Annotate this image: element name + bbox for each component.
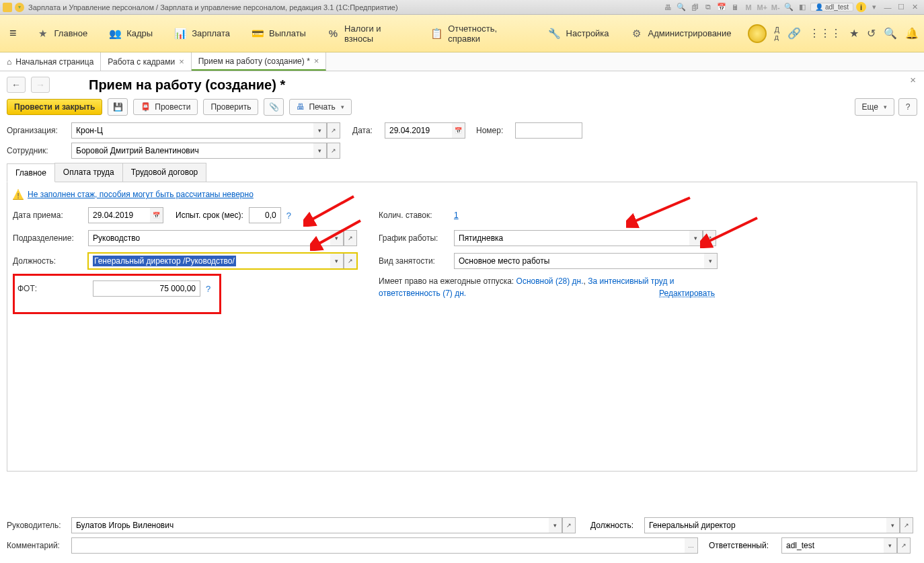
- back-button[interactable]: ←: [7, 77, 26, 93]
- open-icon[interactable]: ↗: [897, 537, 911, 554]
- titlebar-mminus-icon[interactable]: M-: [770, 2, 781, 13]
- hire-date-field[interactable]: 📅: [88, 207, 163, 223]
- print-button[interactable]: 🖶 Печать ▾: [289, 99, 351, 115]
- bell-icon[interactable]: 🔔: [905, 27, 919, 40]
- form-tab-contract[interactable]: Трудовой договор: [122, 163, 206, 182]
- probation-field[interactable]: [249, 207, 281, 223]
- history-icon[interactable]: ↺: [867, 27, 876, 40]
- close-icon[interactable]: ✕: [909, 2, 920, 13]
- close-icon[interactable]: ×: [179, 57, 184, 67]
- responsible-field[interactable]: ▾ ↗: [781, 537, 911, 554]
- tab-hire-create[interactable]: Прием на работу (создание) * ×: [192, 52, 327, 71]
- dropdown-icon[interactable]: ▾: [549, 517, 562, 533]
- people-icon: 👥: [109, 28, 121, 40]
- date-field[interactable]: 📅: [385, 122, 465, 139]
- maximize-icon[interactable]: ☐: [896, 2, 907, 13]
- dropdown-icon[interactable]: ▾: [330, 253, 344, 269]
- employee-field[interactable]: ▾ ↗: [71, 143, 340, 159]
- dropdown-icon[interactable]: ▾: [15, 3, 24, 12]
- nav-personnel[interactable]: 👥Кадры: [104, 24, 158, 44]
- more-button[interactable]: Еще ▾: [855, 98, 894, 116]
- apps-icon[interactable]: ⋮⋮⋮: [809, 27, 841, 40]
- help-icon[interactable]: ?: [286, 211, 291, 221]
- titlebar-icon[interactable]: 🗐: [689, 2, 700, 13]
- position-field[interactable]: Генеральный директор /Руководство/ ▾ ↗: [88, 253, 357, 269]
- open-icon[interactable]: ↗: [562, 517, 576, 533]
- minimize-icon[interactable]: —: [882, 2, 893, 13]
- department-field[interactable]: ▾ ↗: [88, 230, 357, 246]
- titlebar-icon[interactable]: 🖶: [662, 2, 673, 13]
- open-icon[interactable]: ↗: [344, 230, 357, 246]
- number-field[interactable]: [515, 122, 582, 139]
- titlebar-mplus-icon[interactable]: M+: [757, 2, 767, 13]
- nav-reports[interactable]: 📋Отчетность, справки: [425, 20, 532, 48]
- rates-label: Колич. ставок:: [379, 211, 449, 220]
- user-chip[interactable]: 👤 adl_test: [810, 3, 853, 11]
- calendar-icon[interactable]: 📅: [150, 207, 163, 223]
- calculator-icon[interactable]: 🖩: [730, 2, 740, 13]
- help-button[interactable]: ?: [898, 98, 917, 116]
- dropdown-icon[interactable]: ▾: [689, 230, 703, 246]
- nav-extra: Дд: [775, 26, 779, 41]
- close-icon[interactable]: ×: [314, 56, 319, 66]
- nav-main[interactable]: ★Главное: [32, 24, 93, 44]
- search-icon[interactable]: 🔍: [884, 27, 897, 40]
- favorite-icon[interactable]: ★: [849, 27, 859, 40]
- attach-button[interactable]: 📎: [264, 98, 284, 116]
- open-icon[interactable]: ↗: [344, 253, 357, 269]
- date-label: Дата:: [352, 126, 379, 135]
- titlebar-icon[interactable]: 🔍: [676, 2, 687, 13]
- link-icon[interactable]: 🔗: [787, 27, 801, 40]
- edit-vacation-link[interactable]: Редактировать: [659, 287, 715, 299]
- burger-icon[interactable]: ≡: [5, 22, 21, 44]
- open-icon[interactable]: ↗: [327, 122, 340, 139]
- nav-payments[interactable]: 💳Выплаты: [246, 24, 311, 44]
- titlebar-icon[interactable]: ◧: [797, 2, 808, 13]
- info-icon[interactable]: i: [856, 2, 866, 12]
- expand-icon[interactable]: …: [685, 537, 698, 554]
- nav-salary[interactable]: 📊Зарплата: [169, 24, 235, 44]
- manager-pos-field[interactable]: ▾ ↗: [644, 517, 913, 533]
- warning-link[interactable]: Не заполнен стаж, пособия могут быть рас…: [28, 190, 254, 199]
- nav-taxes[interactable]: %Налоги и взносы: [322, 20, 414, 48]
- check-button[interactable]: Проверить: [203, 99, 258, 115]
- help-icon[interactable]: ?: [206, 284, 210, 294]
- tab-home[interactable]: ⌂ Начальная страница: [0, 52, 101, 71]
- sysmenu-icon[interactable]: ▾: [869, 2, 880, 13]
- rates-link[interactable]: 1: [454, 211, 459, 220]
- dropdown-icon[interactable]: ▾: [704, 253, 718, 269]
- nav-admin[interactable]: ⚙Администрирование: [625, 24, 737, 44]
- comment-field[interactable]: …: [71, 537, 698, 554]
- manager-field[interactable]: ▾ ↗: [71, 517, 576, 533]
- post-and-close-button[interactable]: Провести и закрыть: [7, 99, 102, 115]
- dropdown-icon[interactable]: ▾: [313, 122, 327, 139]
- schedule-field[interactable]: ▾ ↗: [454, 230, 716, 246]
- form-tab-payment[interactable]: Оплата труда: [54, 163, 123, 182]
- calendar-icon[interactable]: 📅: [452, 122, 465, 139]
- dropdown-icon[interactable]: ▾: [330, 230, 344, 246]
- open-icon[interactable]: ↗: [900, 517, 913, 533]
- titlebar-icon[interactable]: ⧉: [703, 2, 714, 13]
- doc-close-icon[interactable]: ×: [910, 74, 916, 85]
- titlebar-icon[interactable]: 📅: [716, 2, 727, 13]
- coin-icon[interactable]: [748, 24, 767, 43]
- save-button[interactable]: 💾: [108, 98, 128, 116]
- forward-button[interactable]: →: [31, 77, 50, 93]
- org-field[interactable]: ▾ ↗: [71, 122, 340, 139]
- manager-label: Руководитель:: [7, 521, 66, 530]
- fot-field[interactable]: [93, 280, 200, 297]
- tab-personnel-work[interactable]: Работа с кадрами ×: [101, 52, 191, 71]
- dropdown-icon[interactable]: ▾: [884, 537, 897, 554]
- open-icon[interactable]: ↗: [327, 143, 340, 159]
- emptype-field[interactable]: ▾: [454, 253, 718, 269]
- hire-date-label: Дата приема:: [13, 211, 83, 220]
- nav-settings[interactable]: 🔧Настройка: [543, 24, 615, 44]
- titlebar-m-icon[interactable]: M: [743, 2, 754, 13]
- form-tab-main[interactable]: Главное: [7, 163, 55, 182]
- dropdown-icon[interactable]: ▾: [886, 517, 900, 533]
- dropdown-icon[interactable]: ▾: [313, 143, 327, 159]
- form-tab-content: ! Не заполнен стаж, пособия могут быть р…: [7, 182, 917, 472]
- zoom-icon[interactable]: 🔍: [783, 2, 794, 13]
- post-button[interactable]: 📮 Провести: [133, 99, 198, 115]
- open-icon[interactable]: ↗: [703, 230, 716, 246]
